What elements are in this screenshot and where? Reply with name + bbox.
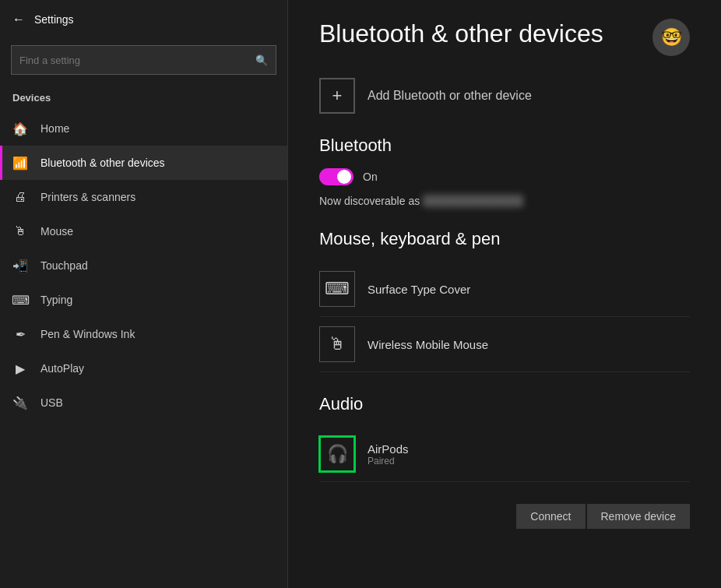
add-device-button[interactable]: + Add Bluetooth or other device [319,78,690,114]
sidebar-item-printers[interactable]: 🖨 Printers & scanners [0,180,287,214]
device-icon: 🖱 [329,334,346,354]
search-input[interactable] [19,55,255,66]
sidebar-item-pen[interactable]: ✒ Pen & Windows Ink [0,317,287,351]
bluetooth-toggle[interactable] [319,168,353,185]
action-buttons: Connect Remove device [319,504,690,529]
bluetooth-section-title: Bluetooth [319,136,690,156]
home-icon: 🏠 [12,121,28,136]
printers-icon: 🖨 [12,189,28,205]
mouse-devices-list: ⌨ Surface Type Cover 🖱 Wireless Mobile M… [319,262,690,372]
devices-section-label: Devices [0,87,287,111]
sidebar-item-label: Typing [40,294,72,306]
sidebar-item-bluetooth[interactable]: 📶 Bluetooth & other devices [0,146,287,180]
device-icon: ⌨ [325,279,350,299]
audio-device-item[interactable]: 🎧 AirPods Paired [319,427,690,482]
remove-device-button[interactable]: Remove device [587,504,691,529]
typing-icon: ⌨ [12,292,28,308]
page-title: Bluetooth & other devices [319,19,603,48]
device-info: Surface Type Cover [368,283,470,296]
audio-section-title: Audio [319,394,690,414]
sidebar: ← Settings 🔍 Devices 🏠 Home 📶 Bluetooth … [0,0,288,588]
audio-device-icon-box: 🎧 [319,436,355,472]
avatar: 🤓 [652,19,690,56]
touchpad-icon: 📲 [12,258,28,273]
device-icon-box: ⌨ [319,271,355,307]
sidebar-item-touchpad[interactable]: 📲 Touchpad [0,248,287,283]
device-info: Wireless Mobile Mouse [368,338,488,351]
main-header: Bluetooth & other devices 🤓 [319,19,690,56]
sidebar-item-typing[interactable]: ⌨ Typing [0,283,287,317]
avatar-image: 🤓 [652,19,690,56]
sidebar-item-label: AutoPlay [40,362,84,375]
sidebar-item-label: Mouse [40,225,73,238]
sidebar-item-label: Printers & scanners [40,191,135,203]
sidebar-item-label: USB [40,396,63,409]
mouse-icon: 🖱 [12,224,28,239]
audio-devices-list: 🎧 AirPods Paired [319,427,690,482]
back-button[interactable]: ← [12,12,25,26]
device-item[interactable]: ⌨ Surface Type Cover [319,262,690,317]
audio-section: Audio 🎧 AirPods Paired [319,394,690,482]
toggle-knob [337,170,351,184]
sidebar-item-home[interactable]: 🏠 Home [0,111,287,146]
sidebar-item-autoplay[interactable]: ▶ AutoPlay [0,351,287,386]
pen-icon: ✒ [12,326,28,342]
audio-device-info: AirPods Paired [368,442,409,467]
bluetooth-toggle-label: On [363,171,378,183]
device-item[interactable]: 🖱 Wireless Mobile Mouse [319,317,690,372]
sidebar-item-label: Pen & Windows Ink [40,328,135,340]
audio-device-icon: 🎧 [327,444,348,464]
add-icon: + [319,78,355,114]
audio-device-status: Paired [368,456,409,467]
autoplay-icon: ▶ [12,361,28,376]
add-device-label: Add Bluetooth or other device [368,89,532,103]
bluetooth-toggle-row: On [319,168,690,185]
sidebar-item-label: Home [40,122,69,135]
discoverable-text: Now discoverable as XXXXXXXX XXXXX [319,195,690,207]
sidebar-item-label: Touchpad [40,259,88,272]
sidebar-item-mouse[interactable]: 🖱 Mouse [0,214,287,248]
usb-icon: 🔌 [12,395,28,410]
mouse-section-title: Mouse, keyboard & pen [319,229,690,249]
device-name: Wireless Mobile Mouse [368,338,488,351]
device-name-blurred: XXXXXXXX XXXXX [423,195,523,207]
sidebar-item-usb[interactable]: 🔌 USB [0,386,287,420]
mouse-section: Mouse, keyboard & pen ⌨ Surface Type Cov… [319,229,690,372]
main-content: Bluetooth & other devices 🤓 + Add Blueto… [288,0,721,588]
device-name: Surface Type Cover [368,283,470,296]
connect-button[interactable]: Connect [516,504,585,529]
bluetooth-section: Bluetooth On Now discoverable as XXXXXXX… [319,136,690,207]
audio-device-name: AirPods [368,442,409,456]
sidebar-item-label: Bluetooth & other devices [40,157,165,169]
sidebar-title: Settings [34,13,74,26]
search-icon: 🔍 [255,55,268,66]
sidebar-header: ← Settings [0,0,287,39]
bluetooth-icon: 📶 [12,155,28,171]
search-box[interactable]: 🔍 [11,45,276,75]
nav-list: 🏠 Home 📶 Bluetooth & other devices 🖨 Pri… [0,111,287,420]
device-icon-box: 🖱 [319,326,355,362]
